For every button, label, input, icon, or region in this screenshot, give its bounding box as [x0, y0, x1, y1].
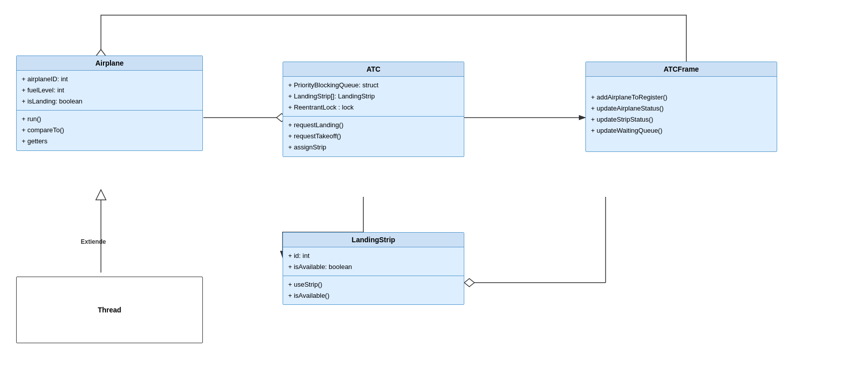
atc-class-header: ATC [283, 62, 464, 77]
landingstrip-attr-1: + isAvailable: boolean [288, 261, 459, 273]
atcframe-method-2: + updateStripStatus() [591, 114, 772, 125]
atc-attr-2: + ReentrantLock : lock [288, 102, 459, 113]
landingstrip-class: LandingStrip + id: int + isAvailable: bo… [283, 232, 464, 305]
atc-class: ATC + PriorityBlockingQueue: struct + La… [283, 62, 464, 157]
atc-method-1: + requestTakeoff() [288, 131, 459, 142]
landingstrip-methods: + useStrip() + isAvailable() [283, 276, 464, 304]
airplane-method-1: + compareTo() [22, 125, 197, 136]
atc-method-0: + requestLanding() [288, 120, 459, 131]
thread-class: Thread [16, 277, 203, 343]
diagram-container: Airplane + airplaneID: int + fuelLevel: … [0, 0, 868, 374]
airplane-attr-1: + fuelLevel: int [22, 85, 197, 96]
landingstrip-attributes: + id: int + isAvailable: boolean [283, 247, 464, 276]
airplane-attr-0: + airplaneID: int [22, 74, 197, 85]
atc-attr-1: + LandingStrip[]: LandingStrip [288, 91, 459, 102]
atcframe-method-1: + updateAirplaneStatus() [591, 103, 772, 114]
atcframe-class-header: ATCFrame [586, 62, 777, 77]
airplane-attributes: + airplaneID: int + fuelLevel: int + isL… [17, 71, 202, 111]
atcframe-class: ATCFrame + addAirplaneToRegister() + upd… [585, 62, 777, 152]
landingstrip-attr-0: + id: int [288, 250, 459, 261]
svg-marker-8 [464, 279, 474, 287]
atc-methods: + requestLanding() + requestTakeoff() + … [283, 117, 464, 156]
landingstrip-class-header: LandingStrip [283, 233, 464, 247]
airplane-attr-2: + isLanding: boolean [22, 96, 197, 107]
atcframe-method-3: + updateWaitingQueue() [591, 125, 772, 136]
landingstrip-method-1: + isAvailable() [288, 290, 459, 301]
atc-attr-0: + PriorityBlockingQueue: struct [288, 80, 459, 91]
svg-marker-6 [96, 190, 106, 200]
airplane-method-2: + getters [22, 136, 197, 147]
airplane-methods: + run() + compareTo() + getters [17, 111, 202, 150]
airplane-class-header: Airplane [17, 56, 202, 71]
atcframe-method-0: + addAirplaneToRegister() [591, 92, 772, 103]
landingstrip-method-0: + useStrip() [288, 279, 459, 290]
airplane-class: Airplane + airplaneID: int + fuelLevel: … [16, 56, 203, 151]
atcframe-methods: + addAirplaneToRegister() + updateAirpla… [586, 77, 777, 151]
thread-class-name: Thread [98, 306, 122, 314]
airplane-method-0: + run() [22, 114, 197, 125]
atc-attributes: + PriorityBlockingQueue: struct + Landin… [283, 77, 464, 117]
extends-label: Extiende [81, 238, 106, 245]
atc-method-2: + assignStrip [288, 142, 459, 153]
